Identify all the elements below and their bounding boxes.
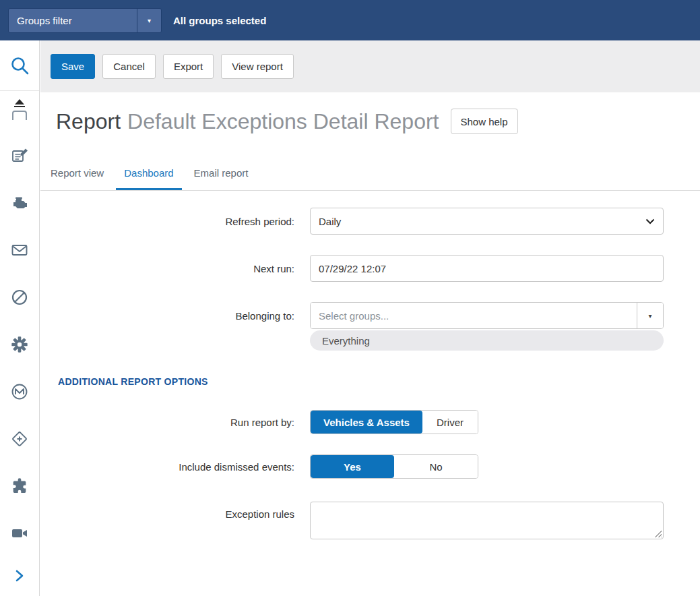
- show-help-button[interactable]: Show help: [451, 109, 518, 134]
- scroll-up-bar: [14, 106, 25, 107]
- exception-rules-textarea[interactable]: [310, 502, 664, 539]
- title-row: ReportDefault Exceptions Detail Report S…: [56, 109, 700, 134]
- toggle-no[interactable]: No: [394, 455, 478, 478]
- sidebar-item-messages[interactable]: [0, 227, 39, 274]
- additional-options-heading: ADDITIONAL REPORT OPTIONS: [58, 376, 700, 387]
- sidebar-scroll-up-button[interactable]: [0, 94, 39, 112]
- dashboard-form: Refresh period: Daily Next run: Belongin…: [40, 191, 700, 539]
- export-button[interactable]: Export: [163, 54, 214, 79]
- search-icon: [9, 55, 30, 76]
- belonging-to-label: Belonging to:: [40, 310, 294, 322]
- groups-filter-dropdown[interactable]: ▾: [137, 9, 161, 32]
- tab-report-view[interactable]: Report view: [42, 158, 112, 190]
- next-run-input[interactable]: [310, 255, 664, 282]
- belonging-to-row: Belonging to: ▾: [40, 302, 700, 329]
- scroll-up-icon: [15, 99, 24, 105]
- run-report-by-row: Run report by: Vehicles & Assets Driver: [40, 410, 700, 434]
- group-selection-pill: Everything: [310, 330, 664, 351]
- sidebar: [0, 40, 40, 596]
- include-dismissed-label: Include dismissed events:: [40, 461, 294, 473]
- next-run-row: Next run:: [40, 255, 700, 282]
- sidebar-item-search[interactable]: [0, 40, 39, 91]
- belonging-to-combo: ▾: [310, 302, 664, 329]
- sidebar-expand-button[interactable]: [0, 558, 39, 593]
- exception-rules-label: Exception rules: [40, 502, 294, 520]
- run-report-by-toggle: Vehicles & Assets Driver: [310, 410, 478, 434]
- save-button[interactable]: Save: [51, 54, 95, 79]
- activity-chart-icon: [10, 382, 29, 401]
- sidebar-item-settings[interactable]: [0, 321, 39, 368]
- groups-selected-status: All groups selected: [173, 15, 266, 26]
- messages-icon: [10, 241, 29, 260]
- engine-icon: [10, 193, 29, 212]
- addins-puzzle-icon: [10, 477, 29, 496]
- page-title: ReportDefault Exceptions Detail Report: [56, 109, 439, 134]
- top-bar: Groups filter ▾ All groups selected: [0, 0, 700, 40]
- view-report-button[interactable]: View report: [221, 54, 294, 79]
- run-report-by-label: Run report by:: [40, 417, 294, 428]
- report-name: Default Exceptions Detail Report: [127, 109, 439, 133]
- exception-rules-row: Exception rules: [40, 502, 700, 539]
- refresh-period-select[interactable]: Daily: [310, 208, 664, 235]
- caret-down-icon: ▾: [148, 17, 151, 24]
- zones-diamond-icon: [10, 429, 29, 448]
- dismissed-events-icon: [10, 288, 29, 307]
- expand-chevron-icon: [12, 568, 27, 583]
- include-dismissed-row: Include dismissed events: Yes No: [40, 454, 700, 479]
- caret-down-icon: ▾: [648, 312, 651, 320]
- belonging-to-input[interactable]: [311, 303, 637, 328]
- toggle-driver[interactable]: Driver: [422, 411, 478, 434]
- sidebar-item-reports[interactable]: [0, 132, 39, 179]
- cancel-button[interactable]: Cancel: [102, 54, 156, 79]
- selected-groups-row: Everything: [40, 330, 700, 351]
- tab-bar: Report view Dashboard Email report: [40, 158, 700, 191]
- refresh-period-native-select[interactable]: Daily: [310, 208, 664, 235]
- rules-report-icon: [10, 146, 29, 165]
- tab-dashboard[interactable]: Dashboard: [116, 158, 181, 190]
- settings-gear-icon: [10, 335, 29, 354]
- groups-filter-label: Groups filter: [9, 9, 137, 32]
- partially-visible-icon: [12, 111, 27, 120]
- sidebar-item-activity[interactable]: [0, 368, 39, 415]
- next-run-label: Next run:: [40, 263, 294, 274]
- refresh-period-label: Refresh period:: [40, 216, 294, 227]
- tab-email-report[interactable]: Email report: [186, 158, 257, 190]
- toggle-yes[interactable]: Yes: [311, 455, 394, 478]
- toolbar: Save Cancel Export View report: [40, 40, 700, 92]
- groups-filter-button[interactable]: Groups filter ▾: [8, 8, 162, 33]
- sidebar-item-partial[interactable]: [0, 111, 39, 120]
- sidebar-item-camera[interactable]: [0, 510, 39, 557]
- sidebar-item-engine[interactable]: [0, 179, 39, 227]
- sidebar-item-dismissed[interactable]: [0, 274, 39, 321]
- belonging-to-dropdown-button[interactable]: ▾: [637, 303, 663, 328]
- toggle-vehicles-assets[interactable]: Vehicles & Assets: [311, 411, 422, 434]
- camera-icon: [10, 524, 29, 543]
- refresh-period-row: Refresh period: Daily: [40, 208, 700, 235]
- sidebar-item-zones[interactable]: [0, 415, 39, 463]
- main-content: Save Cancel Export View report ReportDef…: [40, 40, 700, 596]
- title-prefix: Report: [56, 109, 121, 133]
- sidebar-item-addins[interactable]: [0, 463, 39, 510]
- include-dismissed-toggle: Yes No: [310, 454, 478, 479]
